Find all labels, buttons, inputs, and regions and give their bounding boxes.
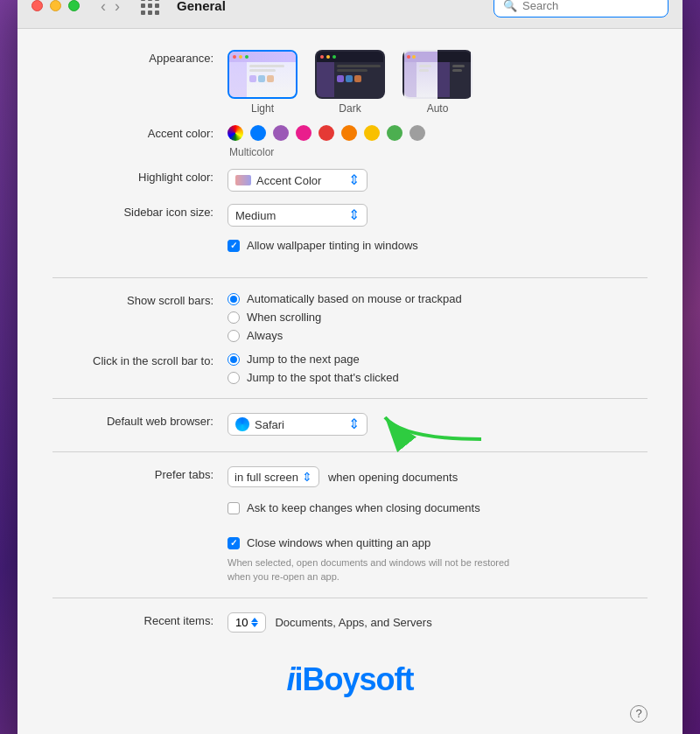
wallpaper-tinting-checkbox-row: Allow wallpaper tinting in windows <box>228 239 418 252</box>
scroll-scrolling-radio[interactable] <box>228 311 240 324</box>
ask-keep-changes-checkbox[interactable] <box>228 502 240 514</box>
watermark-i: i <box>286 661 294 697</box>
grid-icon[interactable] <box>141 0 159 15</box>
ask-keep-changes-text: Ask to keep changes when closing documen… <box>247 501 480 514</box>
wallpaper-tinting-checkbox[interactable] <box>228 240 240 252</box>
close-windows-checkbox[interactable] <box>228 537 240 549</box>
appearance-label: Appearance: <box>52 50 228 65</box>
appearance-options: Light <box>228 50 648 115</box>
maximize-button[interactable] <box>68 0 80 11</box>
green-arrow <box>385 395 490 448</box>
scroll-scrolling-row: When scrolling <box>228 311 648 324</box>
show-scroll-bars-row: Show scroll bars: Automatically based on… <box>52 292 648 342</box>
accent-graphite[interactable] <box>410 125 425 141</box>
appearance-dark[interactable]: Dark <box>315 50 385 115</box>
stepper-up[interactable] <box>251 618 258 622</box>
accent-red[interactable] <box>318 125 334 141</box>
search-icon: 🔍 <box>503 0 517 12</box>
prefer-tabs-label: Prefer tabs: <box>52 466 228 481</box>
divider-2 <box>52 398 648 399</box>
default-browser-label: Default web browser: <box>52 413 228 428</box>
appearance-light[interactable]: Light <box>228 50 298 115</box>
default-browser-row: Default web browser: Safari ⇕ <box>52 413 648 437</box>
scroll-always-radio[interactable] <box>228 330 240 342</box>
prefer-tabs-dropdown[interactable]: in full screen ⇕ <box>228 466 319 487</box>
browser-dropdown-arrows: ⇕ <box>348 417 360 431</box>
prefer-tabs-value: in full screen <box>234 471 298 484</box>
wallpaper-tinting-text: Allow wallpaper tinting in windows <box>247 239 418 252</box>
watermark-text: iiBoysoft <box>286 661 413 697</box>
appearance-auto[interactable]: Auto <box>402 50 472 115</box>
accent-selected-row: Multicolor <box>228 146 648 158</box>
highlight-color-content: Accent Color ⇕ <box>228 169 648 192</box>
settings-window: ‹ › General 🔍 Appearance: <box>18 0 682 734</box>
sidebar-icon-size-content: Medium ⇕ <box>228 204 648 227</box>
wallpaper-tinting-row: Allow wallpaper tinting in windows <box>52 239 648 263</box>
click-scroll-bar-label: Click in the scroll bar to: <box>52 353 228 367</box>
highlight-swatch <box>235 175 251 185</box>
accent-purple[interactable] <box>273 125 289 141</box>
accent-selected-label: Multicolor <box>229 146 274 158</box>
click-jump-page-radio[interactable] <box>228 353 240 366</box>
content-area: Appearance: <box>18 29 682 734</box>
appearance-light-thumb <box>228 50 298 99</box>
close-windows-checkbox-row: Close windows when quitting an app <box>228 536 648 549</box>
search-input[interactable] <box>522 0 659 12</box>
prefer-tabs-row: Prefer tabs: in full screen ⇕ when openi… <box>52 466 648 491</box>
stepper-down[interactable] <box>251 623 258 627</box>
sidebar-size-arrows: ⇕ <box>348 208 360 222</box>
click-jump-spot-radio[interactable] <box>228 372 240 384</box>
appearance-row: Appearance: <box>52 50 648 115</box>
recent-items-suffix: Documents, Apps, and Servers <box>275 616 431 629</box>
accent-pink[interactable] <box>296 125 312 141</box>
divider-1 <box>52 277 648 278</box>
search-box[interactable]: 🔍 <box>494 0 668 17</box>
recent-items-stepper[interactable]: 10 <box>228 612 266 633</box>
default-browser-dropdown[interactable]: Safari ⇕ <box>228 413 368 436</box>
ask-keep-changes-content: Ask to keep changes when closing documen… <box>228 501 648 514</box>
titlebar: ‹ › General 🔍 <box>18 0 682 29</box>
accent-orange[interactable] <box>341 125 357 141</box>
help-button[interactable]: ? <box>630 705 648 723</box>
show-scroll-bars-content: Automatically based on mouse or trackpad… <box>228 292 648 342</box>
forward-button[interactable]: › <box>111 0 123 16</box>
stepper-arrows <box>251 618 258 627</box>
accent-color-options <box>228 125 648 141</box>
click-jump-spot-label: Jump to the spot that's clicked <box>247 371 399 384</box>
accent-multicolor[interactable] <box>228 125 243 141</box>
back-button[interactable]: ‹ <box>97 0 109 16</box>
sidebar-icon-size-value: Medium <box>235 209 276 222</box>
divider-3 <box>52 451 648 452</box>
close-windows-text: Close windows when quitting an app <box>247 536 430 549</box>
highlight-dropdown-arrows: ⇕ <box>348 173 360 187</box>
prefer-tabs-arrows: ⇕ <box>302 470 312 484</box>
default-browser-value: Safari <box>255 418 284 431</box>
minimize-button[interactable] <box>50 0 61 11</box>
scroll-auto-row: Automatically based on mouse or trackpad <box>228 292 648 305</box>
click-scroll-bar-row: Click in the scroll bar to: Jump to the … <box>52 353 648 384</box>
scroll-auto-radio[interactable] <box>228 293 240 305</box>
click-jump-spot-row: Jump to the spot that's clicked <box>228 371 648 384</box>
sidebar-icon-size-dropdown[interactable]: Medium ⇕ <box>228 204 368 227</box>
accent-green[interactable] <box>387 125 402 141</box>
recent-items-label: Recent items: <box>52 612 228 627</box>
appearance-dark-thumb <box>315 50 385 99</box>
accent-blue[interactable] <box>250 125 266 141</box>
accent-yellow[interactable] <box>364 125 380 141</box>
ask-keep-changes-label <box>52 501 228 503</box>
ask-keep-changes-row: Ask to keep changes when closing documen… <box>52 501 648 526</box>
highlight-color-dropdown[interactable]: Accent Color ⇕ <box>228 169 368 192</box>
prefer-tabs-suffix: when opening documents <box>328 471 458 484</box>
appearance-light-label: Light <box>251 102 274 115</box>
close-windows-note: When selected, open documents and window… <box>228 556 534 584</box>
click-scroll-bar-content: Jump to the next page Jump to the spot t… <box>228 353 648 384</box>
close-button[interactable] <box>32 0 43 11</box>
recent-items-value: 10 <box>235 616 248 629</box>
highlight-color-label: Highlight color: <box>52 169 228 184</box>
scroll-scrolling-label: When scrolling <box>247 311 321 324</box>
ask-keep-changes-checkbox-row: Ask to keep changes when closing documen… <box>228 501 480 514</box>
recent-items-content: 10 Documents, Apps, and Servers <box>228 612 648 633</box>
close-windows-row: Close windows when quitting an app When … <box>52 536 648 584</box>
close-windows-label <box>52 536 228 538</box>
arrow-container: Safari ⇕ <box>228 413 368 436</box>
